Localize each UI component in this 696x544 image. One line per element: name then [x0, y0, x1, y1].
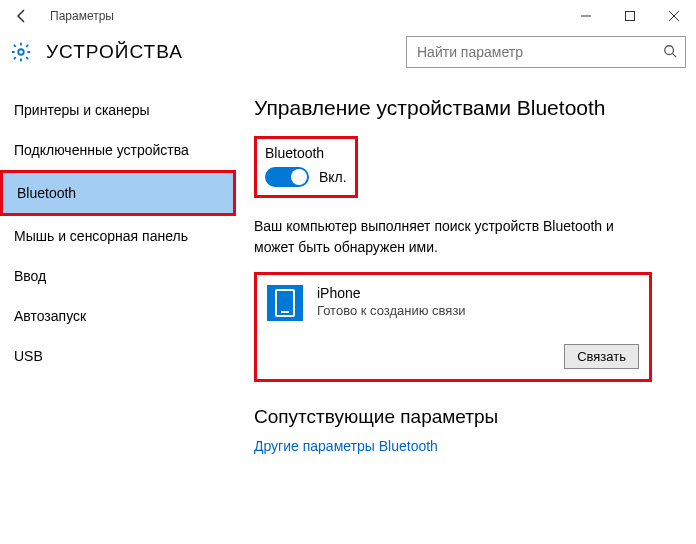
bluetooth-toggle-state: Вкл. — [319, 169, 347, 185]
search-box[interactable] — [406, 36, 686, 68]
device-name: iPhone — [317, 285, 466, 301]
bluetooth-toggle-section: Bluetooth Вкл. — [254, 136, 358, 198]
minimize-button[interactable] — [564, 0, 608, 32]
search-icon — [663, 44, 677, 61]
content: Управление устройствами Bluetooth Blueto… — [236, 82, 696, 538]
search-input[interactable] — [415, 43, 663, 61]
pair-button[interactable]: Связать — [564, 344, 639, 369]
phone-icon — [267, 285, 303, 321]
svg-point-4 — [18, 49, 24, 55]
window-controls — [564, 0, 696, 32]
sidebar-item-printers[interactable]: Принтеры и сканеры — [0, 90, 236, 130]
sidebar-item-bluetooth[interactable]: Bluetooth — [0, 170, 236, 216]
sidebar-item-autoplay[interactable]: Автозапуск — [0, 296, 236, 336]
device-list: iPhone Готово к созданию связи Связать — [254, 272, 652, 382]
svg-line-6 — [673, 53, 677, 57]
window-title: Параметры — [50, 9, 564, 23]
more-bluetooth-options-link[interactable]: Другие параметры Bluetooth — [254, 438, 678, 454]
header: УСТРОЙСТВА — [0, 32, 696, 82]
bluetooth-label: Bluetooth — [265, 145, 347, 161]
sidebar-item-typing[interactable]: Ввод — [0, 256, 236, 296]
maximize-button[interactable] — [608, 0, 652, 32]
bluetooth-description: Ваш компьютер выполняет поиск устройств … — [254, 216, 654, 258]
sidebar-item-mouse-touchpad[interactable]: Мышь и сенсорная панель — [0, 216, 236, 256]
bluetooth-toggle[interactable] — [265, 167, 309, 187]
gear-icon — [10, 41, 32, 63]
svg-point-5 — [665, 45, 674, 54]
sidebar-item-connected-devices[interactable]: Подключенные устройства — [0, 130, 236, 170]
section-title: УСТРОЙСТВА — [46, 41, 183, 63]
close-button[interactable] — [652, 0, 696, 32]
device-status: Готово к созданию связи — [317, 303, 466, 318]
page-title: Управление устройствами Bluetooth — [254, 96, 678, 120]
related-settings-title: Сопутствующие параметры — [254, 406, 678, 428]
svg-rect-1 — [626, 12, 635, 21]
sidebar-item-usb[interactable]: USB — [0, 336, 236, 376]
device-item[interactable]: iPhone Готово к созданию связи — [267, 285, 639, 321]
sidebar: Принтеры и сканеры Подключенные устройст… — [0, 82, 236, 538]
back-button[interactable] — [6, 0, 38, 32]
titlebar: Параметры — [0, 0, 696, 32]
